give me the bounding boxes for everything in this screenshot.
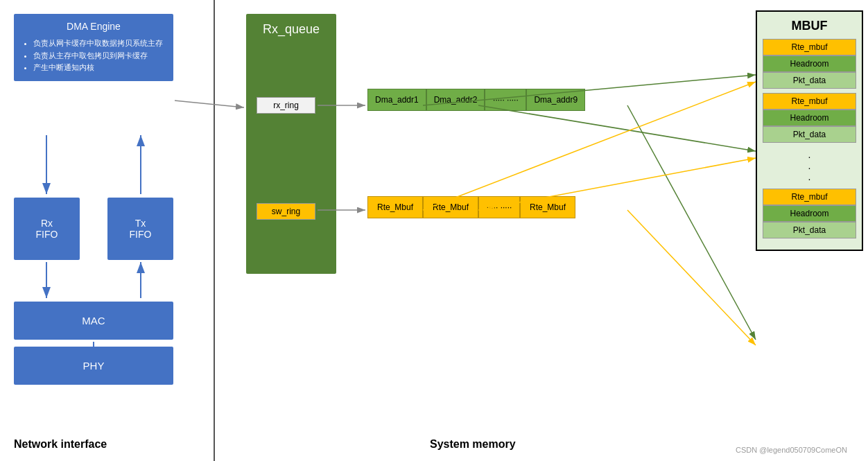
phy-label: PHY <box>83 360 105 372</box>
mbuf-group-3: Rte_mbuf Headroom Pkt_data <box>763 189 856 238</box>
sw-ring-label: sw_ring <box>257 203 315 220</box>
mbuf-rte-1: Rte_mbuf <box>763 39 856 55</box>
mbuf-pktdata-3: Pkt_data <box>763 222 856 238</box>
dma-addr-row: Dma_addr1 Dma_addr2 ····· ····· Dma_addr… <box>367 89 585 111</box>
mbuf-rte-3: Rte_mbuf <box>763 189 856 205</box>
svg-line-17 <box>627 210 756 345</box>
phy-box: PHY <box>14 347 173 385</box>
mbuf-group-1: Rte_mbuf Headroom Pkt_data <box>763 39 856 89</box>
rx-ring-label: rx_ring <box>257 97 315 114</box>
dma-cell-dots: ····· ····· <box>485 89 526 111</box>
mbuf-group-2: Rte_mbuf Headroom Pkt_data <box>763 93 856 143</box>
dma-bullet-2: 负责从主存中取包拷贝到网卡缓存 <box>33 50 165 62</box>
mbuf-headroom-2: Headroom <box>763 110 856 126</box>
rx-fifo-label: RxFIFO <box>36 218 58 240</box>
dma-engine-list: 负责从网卡缓存中取数据拷贝系统主存 负责从主存中取包拷贝到网卡缓存 产生中断通知… <box>22 37 165 74</box>
dma-cell-1: Dma_addr1 <box>367 89 426 111</box>
rx-queue-title: Rx_queue <box>246 14 336 42</box>
mbuf-dots: ··· <box>763 147 856 189</box>
sw-cell-last: Rte_Mbuf <box>520 196 575 218</box>
sw-ring-row: Rte_Mbuf Rte_Mbuf ····· ····· Rte_Mbuf <box>367 196 575 218</box>
dma-engine-title: DMA Engine <box>22 21 165 32</box>
tx-fifo-label: TxFIFO <box>130 218 152 240</box>
dma-engine-box: DMA Engine 负责从网卡缓存中取数据拷贝系统主存 负责从主存中取包拷贝到… <box>14 14 173 81</box>
dma-cell-9: Dma_addr9 <box>526 89 585 111</box>
csdn-watermark: CSDN @legend050709ComeON <box>736 446 847 454</box>
mbuf-headroom-1: Headroom <box>763 55 856 72</box>
tx-fifo-box: TxFIFO <box>107 198 173 260</box>
mac-label: MAC <box>82 315 105 327</box>
mbuf-rte-2: Rte_mbuf <box>763 93 856 110</box>
diagram-container: DMA Engine 负责从网卡缓存中取数据拷贝系统主存 负责从主存中取包拷贝到… <box>0 0 868 461</box>
dma-cell-2: Dma_addr2 <box>426 89 485 111</box>
mbuf-title: MBUF <box>763 19 856 33</box>
network-interface-label: Network interface <box>14 438 107 451</box>
dma-bullet-1: 负责从网卡缓存中取数据拷贝系统主存 <box>33 37 165 50</box>
left-section: DMA Engine 负责从网卡缓存中取数据拷贝系统主存 负责从主存中取包拷贝到… <box>0 0 215 461</box>
mac-box: MAC <box>14 302 173 340</box>
mbuf-pktdata-1: Pkt_data <box>763 72 856 89</box>
sw-cell-2: Rte_Mbuf <box>423 196 478 218</box>
svg-line-14 <box>627 105 756 340</box>
svg-line-13 <box>478 105 756 151</box>
system-memory-label: System memory <box>430 438 516 451</box>
dma-bullet-3: 产生中断通知内核 <box>33 62 165 74</box>
sw-cell-1: Rte_Mbuf <box>367 196 423 218</box>
rx-queue-box: Rx_queue <box>246 14 336 274</box>
mbuf-pktdata-2: Pkt_data <box>763 126 856 143</box>
mbuf-container: MBUF Rte_mbuf Headroom Pkt_data Rte_mbuf… <box>756 10 863 251</box>
mbuf-headroom-3: Headroom <box>763 205 856 222</box>
sw-cell-dots: ····· ····· <box>478 196 520 218</box>
rx-fifo-box: RxFIFO <box>14 198 80 260</box>
